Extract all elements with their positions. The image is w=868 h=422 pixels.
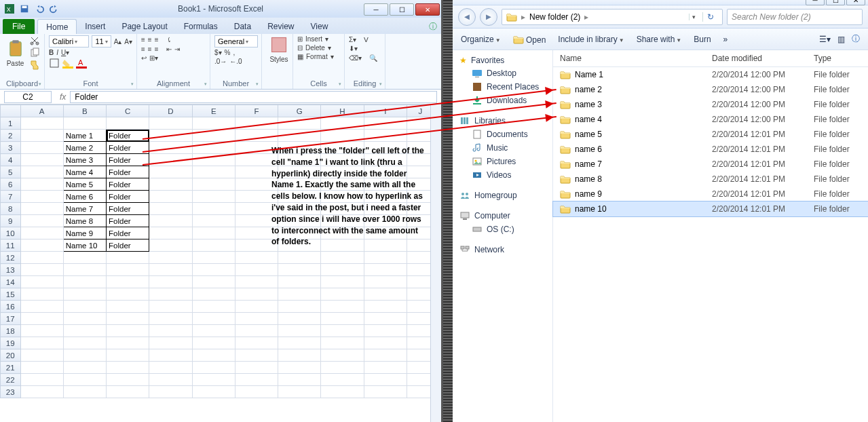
row-header-13[interactable]: 13	[1, 264, 21, 276]
list-header[interactable]: Name Date modified Type	[553, 50, 868, 67]
cell-D10[interactable]	[149, 227, 192, 239]
cell-B7[interactable]: Name 6	[63, 191, 106, 203]
redo-icon[interactable]	[49, 3, 60, 14]
minimize-button[interactable]: ─	[364, 3, 388, 16]
list-item[interactable]: name 5 2/20/2014 12:01 PM File folder	[553, 127, 868, 142]
cell-A20[interactable]	[20, 349, 63, 362]
row-header-14[interactable]: 14	[1, 276, 21, 288]
cell-G16[interactable]	[278, 301, 321, 313]
cell-D6[interactable]	[149, 178, 192, 191]
cell-G18[interactable]	[278, 325, 321, 337]
cell-I19[interactable]	[364, 337, 407, 349]
cell-E20[interactable]	[192, 349, 235, 362]
cell-D11[interactable]	[149, 239, 192, 252]
tree-music[interactable]: Music	[453, 141, 552, 155]
tree-osc[interactable]: OS (C:)	[453, 223, 552, 236]
row-header-11[interactable]: 11	[1, 239, 21, 252]
font-color-icon[interactable]: A	[76, 58, 87, 69]
ribbon-help-icon[interactable]: ⓘ	[425, 20, 441, 34]
cell-I18[interactable]	[364, 325, 407, 337]
worksheet-grid[interactable]: ABCDEFGHIJ12Name 1Folder3Name 2Folder4Na…	[0, 104, 441, 422]
row-header-2[interactable]: 2	[1, 130, 21, 142]
cell-I16[interactable]	[364, 301, 407, 313]
cell-F14[interactable]	[235, 276, 278, 288]
cell-E6[interactable]	[192, 178, 235, 191]
cell-B23[interactable]	[63, 386, 106, 398]
preview-pane-icon[interactable]: ▥	[837, 35, 845, 44]
cell-F13[interactable]	[235, 264, 278, 276]
cell-D18[interactable]	[149, 325, 192, 337]
borders-icon[interactable]	[49, 58, 60, 69]
cmd-organize[interactable]: Organize▼	[461, 35, 501, 44]
undo-icon[interactable]	[34, 3, 45, 14]
exp-close-button[interactable]: ✕	[846, 0, 865, 5]
list-item[interactable]: name 3 2/20/2014 12:00 PM File folder	[553, 97, 868, 112]
cell-C8[interactable]: Folder	[107, 203, 149, 215]
tree-pictures[interactable]: Pictures	[453, 155, 552, 168]
cell-E7[interactable]	[192, 191, 235, 203]
tab-data[interactable]: Data	[226, 19, 259, 34]
tab-home[interactable]: Home	[37, 19, 77, 34]
address-bar[interactable]: ▸ New folder (2) ▸ ▾ ↻	[502, 9, 723, 25]
cell-G23[interactable]	[278, 386, 321, 398]
orientation-icon[interactable]: ⤹	[166, 36, 172, 43]
refresh-icon[interactable]: ↻	[702, 12, 718, 22]
cell-B4[interactable]: Name 3	[63, 154, 106, 166]
cell-E14[interactable]	[192, 276, 235, 288]
cell-F17[interactable]	[235, 313, 278, 325]
col-header-G[interactable]: G	[278, 105, 321, 117]
cell-F23[interactable]	[235, 386, 278, 398]
cell-E11[interactable]	[192, 239, 235, 252]
cell-A1[interactable]	[20, 117, 63, 130]
cell-C16[interactable]	[107, 301, 149, 313]
tab-file[interactable]: File	[3, 19, 35, 34]
cell-D15[interactable]	[149, 288, 192, 301]
align-left-icon[interactable]: ≡	[141, 45, 145, 53]
cell-H20[interactable]	[321, 349, 364, 362]
cmd-open[interactable]: Open	[513, 34, 546, 45]
cell-H19[interactable]	[321, 337, 364, 349]
paste-button[interactable]: Paste	[4, 39, 26, 67]
cell-D12[interactable]	[149, 252, 192, 264]
cell-G17[interactable]	[278, 313, 321, 325]
cell-A6[interactable]	[20, 178, 63, 191]
cell-C21[interactable]	[107, 362, 149, 374]
align-anchor-icon[interactable]: ≡	[141, 36, 145, 43]
cell-H18[interactable]	[321, 325, 364, 337]
align-right-icon[interactable]: ≡	[155, 45, 159, 53]
cell-H14[interactable]	[321, 276, 364, 288]
row-header-20[interactable]: 20	[1, 349, 21, 362]
cell-A10[interactable]	[20, 227, 63, 239]
percent-icon[interactable]: %	[225, 49, 231, 56]
cell-F12[interactable]	[235, 252, 278, 264]
list-item[interactable]: name 2 2/20/2014 12:00 PM File folder	[553, 82, 868, 97]
cell-C22[interactable]	[107, 374, 149, 386]
cell-A5[interactable]	[20, 166, 63, 178]
cell-A11[interactable]	[20, 239, 63, 252]
cell-A12[interactable]	[20, 252, 63, 264]
cell-H22[interactable]	[321, 374, 364, 386]
cell-A7[interactable]	[20, 191, 63, 203]
list-item[interactable]: Name 1 2/20/2014 12:00 PM File folder	[553, 67, 868, 82]
cell-G14[interactable]	[278, 276, 321, 288]
cell-C23[interactable]	[107, 386, 149, 398]
cell-E23[interactable]	[192, 386, 235, 398]
row-header-10[interactable]: 10	[1, 227, 21, 239]
list-item[interactable]: name 10 2/20/2014 12:01 PM File folder	[553, 202, 868, 216]
cell-H21[interactable]	[321, 362, 364, 374]
cell-A4[interactable]	[20, 154, 63, 166]
cell-G19[interactable]	[278, 337, 321, 349]
align-middle-icon[interactable]: ≡	[148, 36, 152, 43]
cell-H12[interactable]	[321, 252, 364, 264]
tree-homegroup[interactable]: Homegroup	[453, 189, 552, 202]
font-size[interactable]: 11▾	[92, 35, 111, 47]
list-item[interactable]: name 6 2/20/2014 12:01 PM File folder	[553, 142, 868, 157]
cell-A2[interactable]	[20, 130, 63, 142]
cell-B20[interactable]	[63, 349, 106, 362]
cell-I23[interactable]	[364, 386, 407, 398]
cell-B12[interactable]	[63, 252, 106, 264]
address-dropdown-icon[interactable]: ▾	[689, 14, 698, 20]
cell-C17[interactable]	[107, 313, 149, 325]
format-painter-icon[interactable]	[29, 60, 40, 71]
cell-I21[interactable]	[364, 362, 407, 374]
